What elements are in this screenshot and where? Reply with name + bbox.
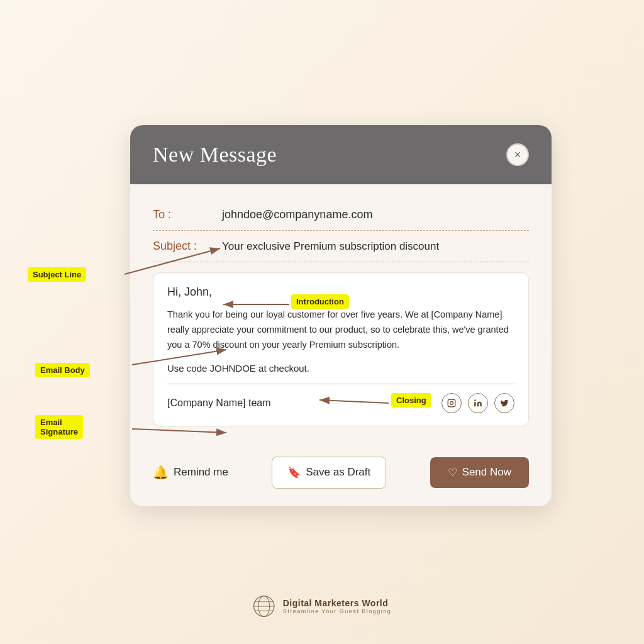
email-body-text: Thank you for being our loyal customer f… — [167, 308, 514, 353]
annotation-closing: Closing — [391, 393, 431, 408]
modal-footer: 🔔 Remind me 🔖 Save as Draft ♡ Send Now — [130, 444, 552, 506]
branding-logo-icon — [253, 595, 275, 618]
annotation-subject-line: Subject Line — [28, 267, 86, 282]
email-modal: New Message × To : johndoe@companyname.c… — [130, 125, 552, 506]
close-button[interactable]: × — [506, 143, 529, 166]
to-field-row: To : johndoe@companyname.com — [153, 199, 529, 231]
subject-value: Your exclusive Premium subscription disc… — [222, 240, 529, 253]
subject-field-row: Subject : Your exclusive Premium subscri… — [153, 231, 529, 262]
instagram-icon[interactable] — [441, 393, 462, 413]
save-draft-button[interactable]: 🔖 Save as Draft — [272, 457, 386, 489]
twitter-icon[interactable] — [494, 393, 514, 413]
svg-rect-6 — [448, 399, 455, 407]
modal-header: New Message × — [130, 125, 552, 184]
modal-body: To : johndoe@companyname.com Subject : Y… — [130, 184, 552, 444]
page-wrapper: Subject Line Email Body Email Signature … — [0, 0, 644, 644]
bell-icon: 🔔 — [153, 465, 169, 480]
linkedin-icon[interactable] — [468, 393, 488, 413]
branding-name: Digital Marketers World — [283, 598, 392, 608]
save-draft-label: Save as Draft — [306, 466, 370, 479]
heart-icon: ♡ — [448, 466, 457, 479]
subject-label: Subject : — [153, 240, 222, 253]
send-now-label: Send Now — [462, 466, 511, 479]
to-label: To : — [153, 208, 222, 221]
to-value: johndoe@companyname.com — [222, 208, 529, 221]
svg-rect-9 — [474, 402, 475, 406]
svg-point-10 — [474, 399, 475, 401]
email-signature-row: [Company Name] team — [167, 384, 514, 413]
annotation-email-signature: Email Signature — [35, 415, 83, 439]
svg-point-8 — [453, 401, 454, 401]
branding-tagline: Streamline Your Guest Blogging — [283, 608, 392, 614]
annotation-introduction: Introduction — [291, 294, 349, 309]
svg-point-7 — [450, 402, 453, 405]
remind-me-button[interactable]: 🔔 Remind me — [153, 465, 228, 480]
remind-me-label: Remind me — [174, 466, 228, 479]
send-now-button[interactable]: ♡ Send Now — [430, 457, 529, 488]
email-signature-name: [Company Name] team — [167, 397, 271, 409]
email-closing-text: Use code JOHNDOE at checkout. — [167, 363, 514, 384]
modal-title: New Message — [153, 143, 277, 167]
branding-footer: Digital Marketers World Streamline Your … — [253, 595, 392, 618]
branding-text-group: Digital Marketers World Streamline Your … — [283, 598, 392, 614]
annotation-email-body: Email Body — [35, 363, 90, 377]
social-icons-group — [441, 393, 514, 413]
bookmark-icon: 🔖 — [287, 466, 301, 479]
